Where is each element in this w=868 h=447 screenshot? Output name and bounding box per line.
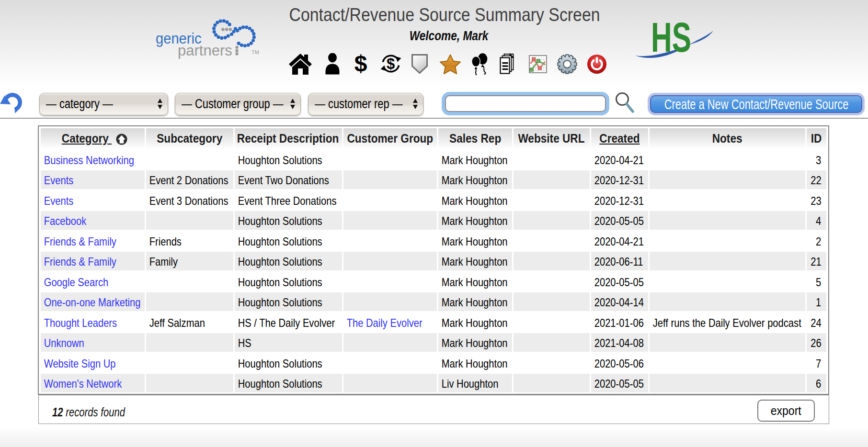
svg-text:$: $ — [354, 52, 367, 76]
svg-text:$: $ — [387, 56, 395, 72]
svg-text:HS: HS — [651, 16, 691, 60]
